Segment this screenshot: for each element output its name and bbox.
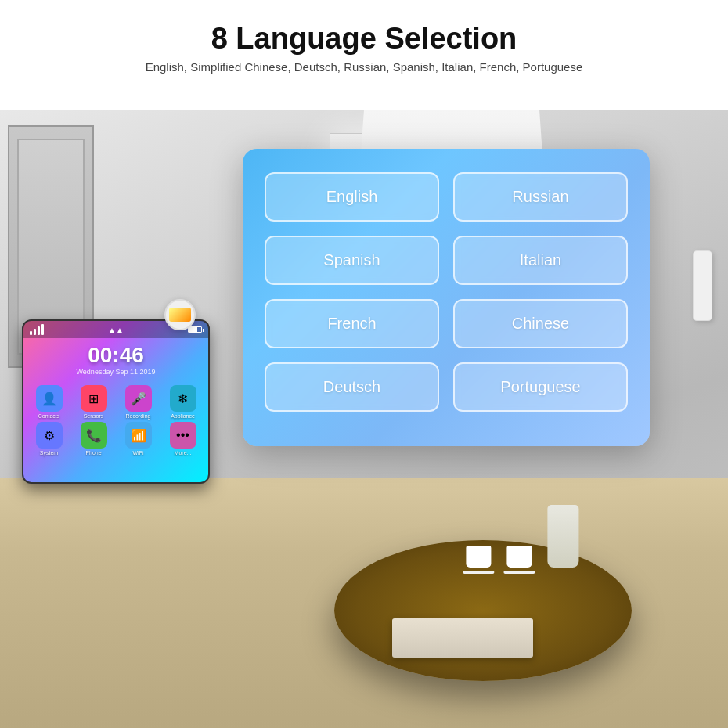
bar-4 [41,324,44,335]
cup-1 [466,546,491,568]
lang-btn-deutsch[interactable]: Deutsch [265,362,439,412]
page-header: 8 Language Selection English, Simplified… [0,0,728,85]
wifi-icon: 📶 [125,422,152,449]
system-label: System [40,450,58,456]
lang-btn-chinese[interactable]: Chinese [453,299,628,348]
more-icon: ••• [170,422,196,449]
phone-date: Wednesday Sep 11 2019 [23,368,208,376]
table-decorations [466,505,578,568]
appliance-label: Appliance [171,413,195,419]
round-table [334,540,632,681]
phone-time: 00:46 [23,343,208,368]
app-more[interactable]: ••• More... [162,422,204,456]
app-contacts[interactable]: 👤 Contacts [28,385,70,419]
wifi-label: WiFi [133,450,144,456]
phone-icon: 📞 [81,422,107,449]
room-background: ▲▲ 00:46 Wednesday Sep 11 2019 👤 Contact… [0,110,728,728]
language-selection-panel: English Russian Spanish Italian French C… [243,149,650,446]
lang-btn-italian[interactable]: Italian [453,236,628,285]
bar-1 [30,331,32,335]
cup-2 [506,546,532,568]
lang-btn-english[interactable]: English [265,172,439,222]
page-subtitle: English, Simplified Chinese, Deutsch, Ru… [31,60,697,74]
page-title: 8 Language Selection [31,22,697,56]
battery-icon [188,326,202,333]
book-stack [392,618,533,658]
sensors-label: Sensors [84,413,104,419]
system-icon: ⚙ [36,422,63,449]
app-system[interactable]: ⚙ System [28,422,70,456]
phone-label: Phone [85,450,101,456]
more-label: More... [175,450,192,456]
appliance-icon: ❄ [170,385,196,412]
language-grid: English Russian Spanish Italian French C… [265,172,628,412]
battery-fill [189,327,197,332]
vase [547,505,578,568]
sensor-screen [169,308,191,322]
sensor-device [164,299,196,330]
lang-btn-russian[interactable]: Russian [453,172,628,222]
intercom-device: ▲▲ 00:46 Wednesday Sep 11 2019 👤 Contact… [22,319,210,484]
app-phone[interactable]: 📞 Phone [73,422,114,456]
lang-btn-french[interactable]: French [265,299,439,348]
contacts-label: Contacts [38,413,60,419]
wall-phone [693,250,712,321]
lang-btn-spanish[interactable]: Spanish [265,236,439,285]
app-sensors[interactable]: ⊞ Sensors [73,385,114,419]
phone-screen: ▲▲ 00:46 Wednesday Sep 11 2019 👤 Contact… [23,321,208,482]
bar-3 [38,326,40,335]
app-wifi[interactable]: 📶 WiFi [117,422,159,456]
phone-app-grid: 👤 Contacts ⊞ Sensors 🎤 Recording ❄ Appli… [23,380,208,460]
sensors-icon: ⊞ [81,385,107,412]
app-recording[interactable]: 🎤 Recording [117,385,159,419]
recording-icon: 🎤 [125,385,152,412]
app-appliance[interactable]: ❄ Appliance [162,385,204,419]
wifi-status-icon: ▲▲ [108,326,124,334]
signal-bars [30,324,44,335]
lang-btn-portuguese[interactable]: Portuguese [453,362,628,412]
bar-2 [34,329,36,335]
contacts-icon: 👤 [36,385,63,412]
recording-label: Recording [126,413,151,419]
